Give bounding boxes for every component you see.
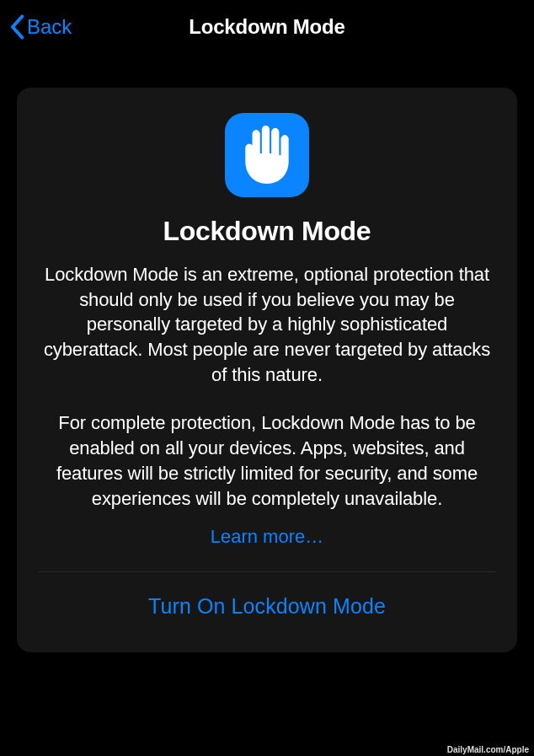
lockdown-icon-badge bbox=[225, 113, 309, 197]
back-button[interactable]: Back bbox=[8, 14, 72, 40]
content-title: Lockdown Mode bbox=[39, 216, 495, 247]
chevron-left-icon bbox=[8, 14, 25, 40]
action-row: Turn On Lockdown Mode bbox=[39, 572, 495, 627]
description-paragraph-1: Lockdown Mode is an extreme, optional pr… bbox=[39, 262, 495, 387]
content-card: Lockdown Mode Lockdown Mode is an extrem… bbox=[17, 88, 517, 652]
hand-raised-icon bbox=[241, 125, 293, 185]
back-label: Back bbox=[27, 15, 72, 39]
description-paragraph-2: For complete protection, Lockdown Mode h… bbox=[39, 410, 495, 511]
turn-on-button[interactable]: Turn On Lockdown Mode bbox=[148, 594, 386, 619]
page-title: Lockdown Mode bbox=[189, 15, 344, 39]
learn-more-link[interactable]: Learn more… bbox=[211, 526, 324, 548]
attribution-text: DailyMail.com/Apple bbox=[447, 745, 529, 754]
nav-bar: Back Lockdown Mode bbox=[0, 0, 534, 54]
